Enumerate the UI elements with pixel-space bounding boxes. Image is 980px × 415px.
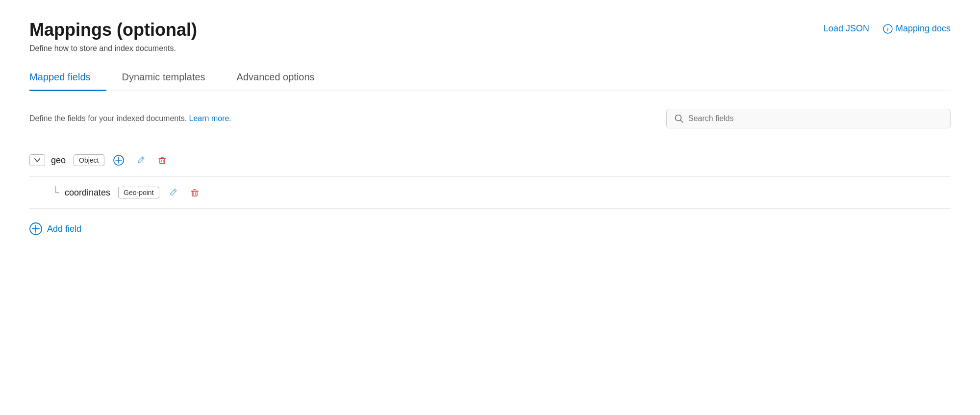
load-json-button[interactable]: Load JSON [824,24,869,34]
edit-geo-button[interactable] [133,153,149,167]
field-row-geo: geo Object [29,144,951,177]
edit-coordinates-icon [168,188,178,197]
chevron-down-icon [34,157,41,164]
field-row-coordinates: └ coordinates Geo-point [29,177,951,209]
search-icon [675,114,683,123]
header-left: Mappings (optional) Define how to store … [29,20,197,53]
tab-dynamic-templates[interactable]: Dynamic templates [106,65,221,91]
book-icon: i [883,24,893,34]
tab-advanced-options[interactable]: Advanced options [221,65,330,91]
fields-list: geo Object └ [29,144,951,209]
add-field-row[interactable]: Add field [29,222,951,235]
add-subfield-geo-button[interactable] [110,153,127,168]
svg-rect-14 [192,191,197,196]
add-circle-icon [113,155,124,166]
svg-line-13 [174,190,176,192]
header-actions: Load JSON i Mapping docs [824,24,951,34]
delete-geo-button[interactable] [154,153,170,167]
svg-text:i: i [887,26,888,32]
add-field-label[interactable]: Add field [47,224,81,234]
coordinates-field-type: Geo-point [118,187,159,198]
tree-connector: └ [52,187,59,199]
svg-rect-8 [160,159,165,164]
learn-more-link[interactable]: Learn more. [189,114,231,122]
edit-icon [136,155,146,165]
add-field-icon [29,222,42,235]
trash-coordinates-icon [190,188,200,197]
page-subtitle: Define how to store and index documents. [29,44,197,53]
coordinates-field-name: coordinates [65,188,110,198]
description-text: Define the fields for your indexed docum… [29,114,231,123]
expand-geo-button[interactable] [29,154,45,166]
svg-line-3 [680,120,683,122]
tabs-container: Mapped fields Dynamic templates Advanced… [29,65,951,91]
page-title: Mappings (optional) [29,20,197,40]
delete-coordinates-button[interactable] [187,186,202,199]
search-box[interactable] [666,109,951,128]
geo-field-name: geo [51,155,66,166]
edit-coordinates-button[interactable] [165,186,181,199]
trash-icon [157,155,167,165]
child-indent: └ [29,187,59,199]
svg-line-7 [142,158,143,159]
page-header: Mappings (optional) Define how to store … [29,20,951,53]
tab-mapped-fields[interactable]: Mapped fields [29,65,106,91]
mapping-docs-button[interactable]: i Mapping docs [883,24,951,34]
content-header-row: Define the fields for your indexed docum… [29,109,951,128]
geo-field-type: Object [74,154,104,166]
add-field-circle-icon [29,222,42,235]
search-input[interactable] [688,114,942,123]
